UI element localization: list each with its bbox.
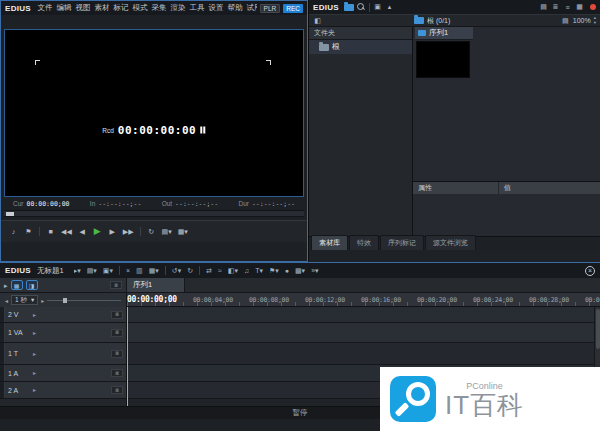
track-lane[interactable]	[127, 343, 600, 365]
paste-button[interactable]: ▦▾	[149, 267, 159, 274]
tree-item-root[interactable]: 根	[309, 40, 412, 54]
capture-button[interactable]: ●	[285, 267, 289, 274]
clip-item[interactable]: 序列1	[413, 27, 600, 78]
list-view-button[interactable]: ≡	[563, 4, 572, 11]
menu-item[interactable]: 文件	[36, 3, 54, 13]
open-project-button[interactable]: ▤▾	[87, 267, 97, 274]
edit-mode-button[interactable]: ▸▾	[74, 267, 81, 274]
track-expand-icon[interactable]: ▸	[33, 312, 36, 318]
track-header[interactable]: 2 A ▸ ≣	[0, 382, 126, 399]
menu-item[interactable]: 视图	[74, 3, 92, 13]
menu-item[interactable]: 设置	[207, 3, 225, 13]
add-marker-button[interactable]: ⚑	[24, 228, 33, 235]
zoom-spinner[interactable]: ▴ ▾	[594, 16, 596, 25]
export-button[interactable]: »▾	[311, 267, 318, 274]
menu-item[interactable]: 工具	[188, 3, 206, 13]
tab-bin[interactable]: 素材库	[311, 235, 348, 250]
open-folder-icon[interactable]	[344, 4, 354, 11]
monitor-view-button[interactable]: ▦	[575, 3, 584, 11]
cut-button[interactable]: ×	[126, 267, 130, 274]
track-expand-icon[interactable]: ▸	[33, 330, 36, 336]
track-expand-icon[interactable]: ▸	[33, 387, 36, 393]
track-grip[interactable]	[0, 365, 5, 381]
track-lane[interactable]	[127, 323, 600, 343]
menu-item[interactable]: 采集	[150, 3, 168, 13]
search-icon[interactable]	[357, 3, 366, 12]
track-grip[interactable]	[0, 343, 5, 364]
rec-button[interactable]: REC	[283, 4, 303, 13]
tab-source-browser[interactable]: 源文件浏览	[425, 235, 476, 250]
folder-tree-toggle-button[interactable]: ◧	[313, 17, 322, 25]
track-mute-button[interactable]: ≣	[111, 350, 123, 358]
play-button[interactable]: ▶	[93, 227, 102, 236]
menu-item[interactable]: 模式	[131, 3, 149, 13]
loop-button[interactable]: ↻	[147, 228, 156, 235]
thumbnail-view-button[interactable]: ▤	[539, 3, 548, 11]
zoom-in-button[interactable]: ▸	[41, 297, 44, 304]
next-frame-button[interactable]: ▶	[108, 228, 117, 235]
track-mute-button[interactable]: ≣	[111, 311, 123, 319]
track-lane[interactable]	[127, 307, 600, 323]
clip-pane[interactable]: 序列1 属性 值	[413, 27, 600, 236]
clip-thumbnail[interactable]	[416, 41, 470, 78]
menu-item[interactable]: 素材	[93, 3, 111, 13]
track-grip[interactable]	[0, 307, 5, 322]
sync-mode-button[interactable]: ▦	[11, 280, 23, 290]
menu-item[interactable]: 标记	[112, 3, 130, 13]
display-mode-button[interactable]: ▤▾	[162, 228, 172, 235]
expand-all-tracks-button[interactable]: ▸	[4, 282, 8, 289]
track-grip[interactable]	[0, 382, 5, 398]
position-scrubber[interactable]	[4, 210, 304, 217]
playhead[interactable]	[127, 307, 128, 406]
export-button[interactable]: ▦▾	[178, 228, 188, 235]
clip-label-row[interactable]: 序列1	[415, 27, 473, 40]
track-mute-button[interactable]: ≣	[111, 329, 123, 337]
timescale-dropdown[interactable]: 1 秒 ▾	[11, 295, 38, 305]
scrubber-handle[interactable]	[6, 212, 14, 216]
new-clip-button[interactable]: ▣	[373, 3, 382, 11]
track-expand-icon[interactable]: ▸	[33, 370, 36, 376]
track-mute-button[interactable]: ≣	[111, 386, 123, 394]
sequence-tab[interactable]: 序列1	[127, 278, 185, 292]
thumbnail-zoom-control[interactable]: ▤ 100% ▴ ▾	[561, 16, 596, 25]
folder-up-button[interactable]: ▴	[385, 3, 394, 11]
detail-view-button[interactable]: ≣	[551, 3, 560, 11]
zoom-slider-handle[interactable]	[63, 298, 67, 303]
menu-item[interactable]: 帮助	[226, 3, 244, 13]
track-patch-button[interactable]: ◨	[26, 280, 38, 290]
redo-button[interactable]: ↻	[187, 267, 193, 274]
tab-sequence-marks[interactable]: 序列标记	[380, 235, 424, 250]
audio-mixer-button[interactable]: ♫	[244, 267, 249, 274]
audio-monitor-button[interactable]: ♪	[9, 228, 18, 235]
add-transition-button[interactable]: ◧▾	[228, 267, 238, 274]
zoom-out-button[interactable]: ◂	[5, 297, 8, 304]
plr-button[interactable]: PLR	[260, 4, 281, 13]
copy-button[interactable]: ▥	[136, 267, 143, 274]
ripple-mode-button[interactable]: ⇄	[206, 267, 212, 274]
video-monitor[interactable]: Rcd 00:00:00:00	[4, 29, 304, 197]
close-icon[interactable]: ×	[585, 266, 595, 276]
layout-button[interactable]: ▩▾	[295, 267, 305, 274]
scrollbar-thumb[interactable]	[596, 309, 600, 349]
stop-button[interactable]: ■	[46, 228, 55, 235]
undo-button[interactable]: ↺▾	[172, 267, 181, 274]
tab-effects[interactable]: 特效	[349, 235, 379, 250]
master-mute-button[interactable]: ≣	[110, 281, 122, 289]
menu-item[interactable]: 编辑	[55, 3, 73, 13]
title-tool-button[interactable]: T▾	[255, 267, 263, 274]
track-header[interactable]: 2 V ▸ ≣	[0, 307, 126, 323]
zoom-slider[interactable]	[47, 300, 121, 301]
track-expand-icon[interactable]: ▸	[33, 351, 36, 357]
spin-down-icon[interactable]: ▾	[594, 21, 596, 26]
menu-item[interactable]: 试用...	[245, 3, 257, 13]
track-grip[interactable]	[0, 323, 5, 342]
track-header[interactable]: 1 VA ▸ ≣	[0, 323, 126, 343]
fast-forward-button[interactable]: ▶▶	[123, 228, 134, 235]
timeline-ruler[interactable]: 00:00:00;0000:00:04;0000:00:08;0000:00:1…	[127, 293, 600, 307]
close-button[interactable]	[590, 4, 596, 10]
menu-item[interactable]: 渲染	[169, 3, 187, 13]
snap-toggle-button[interactable]: ≈	[218, 267, 222, 274]
previous-frame-button[interactable]: ◀	[78, 228, 87, 235]
track-header[interactable]: 1 T ▸ ≣	[0, 343, 126, 365]
rewind-button[interactable]: ◀◀	[61, 228, 72, 235]
